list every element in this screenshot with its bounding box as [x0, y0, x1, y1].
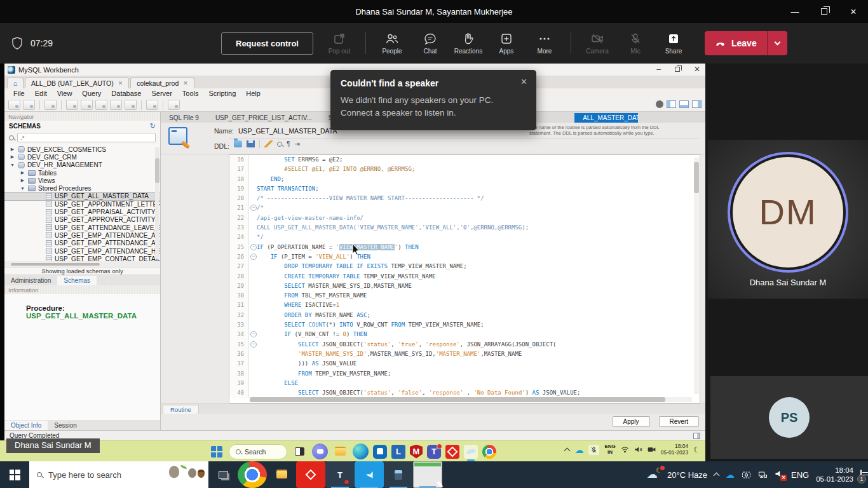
chrome-icon[interactable] [238, 461, 267, 488]
code-line[interactable]: 24*/ [229, 233, 700, 242]
code-line[interactable]: 34 IF (V_ROW_CNT != 0) THEN [229, 330, 700, 339]
wb-close-icon[interactable]: ✕ [694, 65, 700, 74]
menu-item[interactable]: Edit [30, 90, 52, 97]
search-data-icon[interactable] [146, 100, 158, 110]
close-tab-icon[interactable]: ✕ [183, 80, 188, 86]
help-circle-icon[interactable] [656, 100, 663, 108]
code-line[interactable]: 16 SET ERRMSG = @E2; [229, 155, 700, 165]
beautify-icon[interactable] [264, 140, 273, 147]
inspector-icon[interactable] [44, 100, 57, 110]
chat-icon[interactable] [312, 444, 328, 459]
store-icon[interactable] [373, 445, 387, 459]
fold-marker-icon[interactable] [248, 340, 257, 349]
expand-arrow-icon[interactable]: ▶ [10, 147, 15, 152]
minimize-icon[interactable]: — [780, 0, 810, 23]
screen-cast-icon[interactable] [742, 471, 751, 479]
tree-scrollbar[interactable] [155, 147, 159, 259]
code-line[interactable]: 35 SELECT JSON_OBJECT('status', 'true', … [229, 340, 700, 349]
people-button[interactable]: People [375, 32, 409, 55]
toggle-secondary-sidebar-icon[interactable] [692, 100, 702, 108]
invisible-chars-icon[interactable]: ¶ [287, 140, 290, 147]
task-view-icon[interactable] [208, 461, 238, 488]
routine-name-field[interactable]: USP_GET_ALL_MASTER_DATA [238, 127, 337, 135]
menu-item[interactable]: View [52, 90, 78, 97]
onedrive-icon[interactable]: ☁ [726, 470, 735, 480]
code-line[interactable]: 18 END; [229, 175, 700, 184]
adobe-icon[interactable] [445, 445, 459, 459]
tree-item[interactable]: USP_GET_EMP_CONTACT_DETAILS_ACTIVITY [4, 255, 160, 261]
toggle-output-icon[interactable] [679, 100, 689, 108]
code-line[interactable]: 21/* [229, 203, 700, 213]
tree-item[interactable]: USP_GET_ALL_MASTER_DATA [4, 193, 160, 200]
connection-tab[interactable]: colekaut_prod ✕ [130, 78, 194, 88]
tree-item[interactable]: USP_GET_APPOINTMENT_LETTER_ACTIVITY [4, 200, 160, 208]
apply-button[interactable]: Apply [613, 416, 650, 427]
code-line[interactable]: 19START TRANSACTION; [229, 184, 700, 194]
tree-item[interactable]: USP_GET_APPROVER_ACTIVITY [4, 216, 160, 224]
menu-item[interactable]: Tools [177, 90, 204, 97]
create-table-icon[interactable] [81, 100, 93, 110]
language-indicator[interactable]: ENGIN [604, 444, 615, 455]
more-button[interactable]: More [527, 32, 562, 55]
shared-search-box[interactable]: Search [229, 444, 287, 459]
code-line[interactable]: 22/api-get-view-master-name-info/ [229, 214, 700, 223]
routine-tab[interactable]: Routine [163, 405, 199, 414]
expand-arrow-icon[interactable]: ▼ [20, 186, 25, 191]
code-line[interactable]: 32 ORDER BY MASTER_NAME ASC; [229, 311, 700, 320]
schema-filter-input[interactable]: .* [17, 133, 156, 142]
start-icon[interactable] [211, 446, 222, 458]
menu-item[interactable]: Server [146, 90, 177, 97]
participant-tile-main[interactable]: DM Dhana Sai Sundar M [708, 140, 868, 299]
code-line[interactable]: 39 ELSE [229, 379, 700, 388]
request-control-button[interactable]: Request control [221, 32, 313, 55]
chrome-icon[interactable] [482, 445, 496, 459]
create-schema-icon[interactable] [66, 100, 78, 110]
open-file-icon[interactable] [234, 140, 242, 147]
task-view-icon[interactable] [292, 444, 308, 459]
create-view-icon[interactable] [95, 100, 107, 110]
participant-tile-secondary[interactable]: PS [710, 376, 868, 459]
edge-icon[interactable] [353, 444, 369, 459]
leave-options-chevron[interactable] [768, 31, 787, 55]
chat-button[interactable]: Chat [413, 32, 447, 55]
notepad-icon[interactable]: ✎ [413, 461, 442, 488]
info-bottom-tab[interactable]: Session [48, 421, 83, 430]
code-line[interactable]: 36 'MASTER_NAME_SYS_ID',MASTER_NAME_SYS_… [229, 349, 700, 359]
mic-muted-icon[interactable] [588, 445, 599, 455]
navigator-tab[interactable]: Administration [4, 276, 57, 285]
code-line[interactable]: 23CALL USP_GET_ALL_MASTER_DATA('VIEW_MAS… [229, 223, 700, 233]
code-line[interactable]: 17 #SELECT @E1, @E2 INTO @ERRNO, @ERRMSG… [229, 165, 700, 174]
fold-marker-icon[interactable] [248, 252, 257, 262]
tree-item[interactable]: USP_GET_ATTENDANCE_LEAVE_SETTINGS_A( [4, 224, 160, 231]
refresh-icon[interactable]: ↻ [150, 122, 156, 130]
toggle-sidebar-icon[interactable] [667, 100, 676, 108]
tree-item[interactable]: ▼ DEV_HR_MANAGEMENT [4, 161, 160, 169]
speaker-muted-icon[interactable]: ✕ [775, 470, 784, 480]
tree-item[interactable]: USP_GET_EMP_ATTENDANCE_ACTIVITY_APP [4, 240, 160, 247]
editor-tab-active[interactable]: ALL_MASTER_DAT... ✕ [574, 113, 638, 123]
weather-widget[interactable]: ☾☁ 20°C Haze [647, 468, 707, 481]
revert-button[interactable]: Revert [659, 416, 699, 427]
wb-minimize-icon[interactable]: – [656, 65, 661, 74]
close-icon[interactable]: ✕ [839, 0, 868, 23]
mcafee-icon[interactable]: M [410, 445, 423, 459]
expand-arrow-icon[interactable]: ▶ [20, 178, 25, 183]
reconnect-icon[interactable] [168, 100, 180, 110]
navigator-tab[interactable]: Schemas [57, 276, 97, 285]
mysql-workbench-icon[interactable] [464, 445, 478, 459]
vscode-icon[interactable] [355, 461, 384, 488]
code-line[interactable]: 31 WHERE ISACTIVE=1 [229, 301, 700, 310]
menu-item[interactable]: Query [77, 90, 106, 97]
expand-arrow-icon[interactable]: ▼ [10, 163, 15, 167]
menu-item[interactable]: File [8, 90, 30, 97]
speaker-muted-icon[interactable] [634, 446, 642, 453]
code-line[interactable]: 26 IF (P_ITEM = 'VIEW_ALL') THEN [229, 252, 700, 262]
tree-item[interactable]: ▶ DEV_EXCEL_COSMETICS [4, 146, 160, 153]
shared-clock[interactable]: 18:0405-01-2023 [661, 444, 688, 456]
tree-item[interactable]: USP_GET_EMP_ATTENDANCE_HISTORY_ACTI [4, 247, 160, 255]
open-script-icon[interactable] [23, 100, 35, 110]
wifi-icon[interactable] [621, 446, 629, 453]
tree-item[interactable]: ▶ DEV_GMC_CRM [4, 153, 160, 161]
host-search-box[interactable]: Type here to search [29, 461, 208, 488]
code-line[interactable]: 27 DROP TEMPORARY TABLE IF EXISTS TEMP_V… [229, 262, 700, 271]
